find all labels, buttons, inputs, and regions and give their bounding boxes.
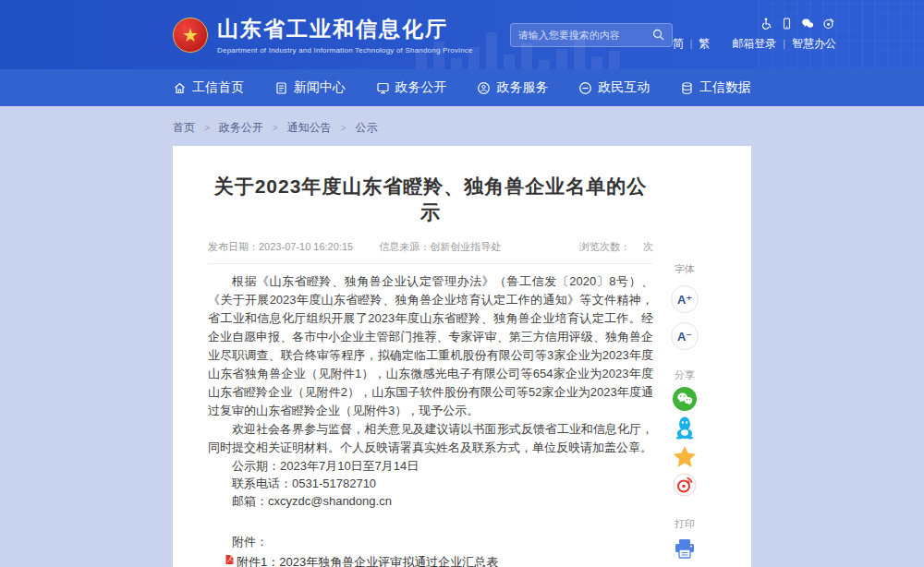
page-toolbar: 字体 A⁺ A⁻ 分享: [653, 146, 716, 567]
nav-label: 政务公开: [395, 79, 447, 96]
nav-item-interaction[interactable]: 政民互动: [578, 79, 650, 96]
publish-date-label: 发布日期：: [208, 241, 259, 252]
breadcrumb-separator: >: [204, 123, 210, 133]
pdf-icon: [225, 554, 235, 565]
site-subtitle: Department of Industry and Information T…: [217, 46, 473, 54]
paragraph: 欢迎社会各界参与监督，相关意见及建议请以书面形式反馈省工业和信息化厅，同时提交相…: [208, 420, 653, 457]
site-title: 山东省工业和信息化厅: [217, 15, 473, 43]
nav-item-home[interactable]: 工信首页: [173, 79, 244, 96]
nav-item-news[interactable]: 新闻中心: [274, 79, 346, 96]
publicity-period: 公示期：2023年7月10日至7月14日: [208, 457, 653, 475]
lang-divider: |: [690, 39, 693, 49]
breadcrumb: 首页 > 政务公开 > 通知公告 > 公示: [173, 106, 751, 146]
wechat-icon[interactable]: [801, 18, 814, 30]
nav-label: 政务服务: [496, 79, 548, 96]
contact-email: 邮箱：cxcyzdc@shandong.cn: [208, 492, 653, 510]
nav-label: 政民互动: [598, 79, 650, 96]
breadcrumb-notices[interactable]: 通知公告: [287, 120, 332, 136]
nav-item-data[interactable]: 工信数据: [680, 79, 751, 96]
breadcrumb-home[interactable]: 首页: [173, 120, 195, 136]
contact-block: 公示期：2023年7月10日至7月14日 联系电话：0531-51782710 …: [208, 457, 653, 510]
contact-phone: 联系电话：0531-51782710: [208, 475, 653, 492]
header-right-block: 简 | 繁 邮箱登录 | 智慧办公: [673, 18, 836, 52]
publish-date-value: 2023-07-10 16:20:15: [259, 241, 353, 252]
nav-label: 工信首页: [192, 79, 244, 96]
meta-divider: [208, 263, 653, 264]
breadcrumb-disclosure[interactable]: 政务公开: [219, 120, 263, 136]
font-size-label: 字体: [675, 262, 695, 276]
attachment-link-1[interactable]: 附件1：2023年独角兽企业评审拟通过企业汇总表: [225, 553, 653, 567]
site-header: ★ 山东省工业和信息化厅 Department of Industry and …: [0, 0, 924, 69]
article-text: 根据《山东省瞪羚、独角兽企业认定管理办法》（鲁工信发〔2020〕8号）、《关于开…: [208, 272, 653, 457]
weibo-icon[interactable]: [822, 18, 834, 30]
mobile-icon[interactable]: [781, 18, 793, 30]
search-box[interactable]: [510, 23, 673, 47]
font-increase-button[interactable]: A⁺: [671, 285, 699, 313]
lang-simplified[interactable]: 简: [673, 36, 684, 52]
print-label: 打印: [675, 517, 695, 531]
lang-traditional[interactable]: 繁: [699, 36, 710, 52]
share-wechat-icon[interactable]: [673, 387, 697, 411]
chat-circle-icon: [578, 81, 592, 95]
news-icon: [274, 81, 288, 95]
source-value: 创新创业指导处: [430, 241, 501, 252]
home-icon: [173, 81, 187, 95]
views-unit: 次: [643, 241, 653, 252]
share-label: 分享: [675, 368, 695, 382]
nav-label: 新闻中心: [294, 79, 346, 96]
nav-item-services[interactable]: 政务服务: [477, 79, 548, 96]
share-qq-icon[interactable]: [673, 416, 697, 440]
share-weibo-icon[interactable]: [673, 473, 697, 497]
source-label: 信息来源：: [379, 241, 430, 252]
article-meta: 发布日期：2023-07-10 16:20:15 信息来源：创新创业指导处 浏览…: [208, 240, 653, 254]
search-icon[interactable]: [652, 29, 664, 41]
attachments-block: 附件： 附件1：2023年独角兽企业评审拟通过企业汇总表 附: [208, 533, 653, 567]
accessibility-icon[interactable]: [760, 18, 772, 30]
main-nav: 工信首页 新闻中心 政务公开: [0, 69, 924, 106]
views-label: 浏览次数：: [579, 241, 630, 252]
monitor-icon: [376, 81, 390, 95]
print-button[interactable]: [674, 538, 696, 559]
links-divider: |: [783, 39, 785, 49]
nav-label: 工信数据: [699, 79, 751, 96]
nav-item-disclosure[interactable]: 政务公开: [376, 79, 447, 96]
share-qzone-icon[interactable]: [673, 444, 697, 468]
font-decrease-button[interactable]: A⁻: [671, 322, 699, 350]
breadcrumb-separator: >: [273, 123, 278, 133]
attachments-label: 附件：: [208, 533, 653, 550]
search-input[interactable]: [518, 30, 652, 41]
site-brand: 山东省工业和信息化厅 Department of Industry and In…: [217, 15, 473, 54]
article-body: 关于2023年度山东省瞪羚、独角兽企业名单的公示 发布日期：2023-07-10…: [173, 146, 653, 567]
national-emblem-logo: ★: [173, 18, 208, 53]
page-title: 关于2023年度山东省瞪羚、独角兽企业名单的公示: [208, 174, 653, 226]
breadcrumb-current: 公示: [356, 120, 378, 136]
mail-login-link[interactable]: 邮箱登录: [732, 36, 776, 52]
person-badge-icon: [477, 81, 491, 95]
article-card: 关于2023年度山东省瞪羚、独角兽企业名单的公示 发布日期：2023-07-10…: [173, 146, 751, 567]
smart-office-link[interactable]: 智慧办公: [792, 36, 836, 52]
paragraph: 根据《山东省瞪羚、独角兽企业认定管理办法》（鲁工信发〔2020〕8号）、《关于开…: [208, 272, 653, 420]
breadcrumb-separator: >: [341, 123, 346, 133]
database-icon: [680, 81, 694, 95]
